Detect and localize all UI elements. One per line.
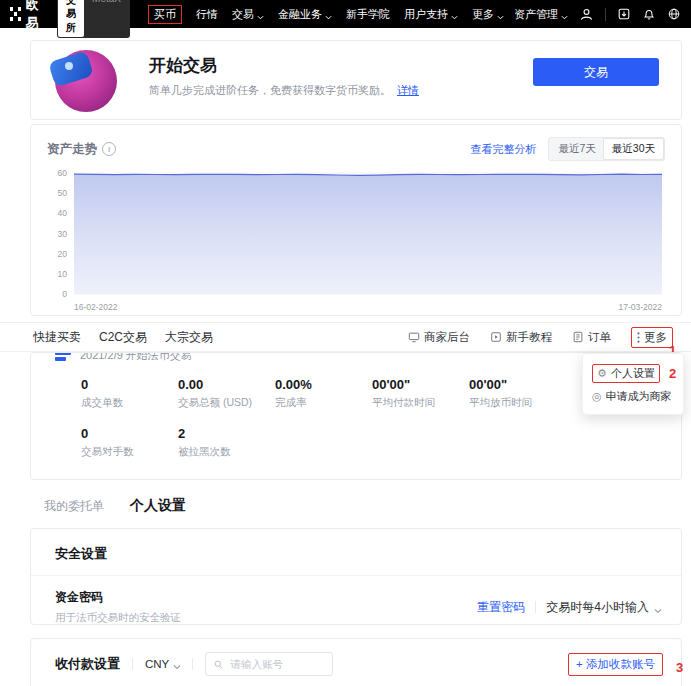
nav-item-more[interactable]: 更多 [472, 7, 504, 22]
start-trading-card: 开始交易 简单几步完成进阶任务，免费获得数字货币奖励。详情 交易 [30, 40, 682, 120]
tab-c2c-trade[interactable]: C2C交易 [99, 329, 147, 346]
reset-password-link[interactable]: 重置密码 [477, 599, 525, 616]
menu-item-become-merchant[interactable]: ◎ 申请成为商家 [590, 386, 676, 407]
search-icon [214, 659, 223, 670]
fund-password-desc: 用于法币交易时的安全验证 [55, 611, 181, 625]
c2c-tabbar: 快捷买卖 C2C交易 大宗交易 商家后台 新手教程 订单 更多 [0, 322, 691, 352]
more-button[interactable]: 更多 [631, 327, 673, 348]
chevron-down-icon [451, 11, 458, 18]
svg-text:10: 10 [58, 269, 68, 279]
account-search-input[interactable] [228, 657, 324, 671]
add-payment-account-button[interactable]: + 添加收款账号 [568, 653, 663, 676]
details-link[interactable]: 详情 [397, 84, 419, 96]
merchant-badge-icon: ◎ [592, 390, 602, 403]
security-settings-card: 安全设置 资金密码 用于法币交易时的安全验证 重置密码 交易时每4小时输入 [30, 528, 682, 625]
merchant-console-button[interactable]: 商家后台 [408, 330, 470, 345]
nav-item-buy-crypto[interactable]: 买币 [148, 5, 182, 24]
divider [192, 658, 193, 670]
tabbar-actions: 商家后台 新手教程 订单 更多 [408, 327, 673, 348]
monitor-icon [408, 331, 420, 343]
nav-item-support[interactable]: 用户支持 [404, 7, 458, 22]
toggle-exchange[interactable]: 交易所 [58, 0, 84, 37]
trade-button[interactable]: 交易 [533, 58, 659, 86]
fund-password-row: 资金密码 用于法币交易时的安全验证 重置密码 交易时每4小时输入 [31, 576, 681, 625]
more-dropdown-menu: ⚙ 个人设置 2 ◎ 申请成为商家 [582, 353, 684, 415]
gear-icon: ⚙ [597, 367, 607, 380]
nav-item-academy[interactable]: 新手学院 [346, 7, 390, 22]
chevron-down-icon [173, 661, 180, 668]
svg-text:30: 30 [58, 229, 68, 239]
stat-counterparties: 0 交易对手数 [81, 426, 178, 459]
tutorial-button[interactable]: 新手教程 [490, 330, 552, 345]
exchange-metax-toggle: 交易所 MetaX [57, 0, 130, 38]
full-analysis-link[interactable]: 查看完整分析 [470, 142, 536, 157]
info-icon[interactable]: i [102, 142, 116, 156]
stat-completed-orders: 0 成交单数 [81, 377, 178, 410]
user-badge-icon [55, 352, 71, 363]
vertical-dots-icon [637, 332, 640, 343]
range-7d-button[interactable]: 最近7天 [550, 139, 603, 159]
tutorial-icon [490, 331, 502, 343]
payment-settings-card: 收付款设置 CNY + 添加收款账号 [30, 638, 682, 686]
tab-quick-trade[interactable]: 快捷买卖 [33, 329, 81, 346]
orders-button[interactable]: 订单 [572, 330, 611, 345]
download-app-icon[interactable] [617, 7, 631, 21]
mascot-image [55, 50, 117, 112]
nav-item-finance[interactable]: 金融业务 [278, 7, 332, 22]
language-globe-icon[interactable] [667, 7, 681, 21]
stat-blocked-times: 2 被拉黑次数 [178, 426, 275, 459]
password-frequency-select[interactable]: 交易时每4小时输入 [546, 599, 661, 616]
chevron-down-icon [654, 604, 661, 611]
okx-logo-text: 欧易 [26, 0, 46, 32]
nav-divider [605, 8, 606, 21]
chart-actions: 查看完整分析 最近7天 最近30天 [470, 137, 665, 161]
svg-text:60: 60 [58, 168, 68, 178]
notifications-bell-icon[interactable] [642, 7, 656, 21]
asset-trend-card: 资产走势 i 查看完整分析 最近7天 最近30天 605040302 [30, 124, 682, 316]
nav-item-markets[interactable]: 行情 [196, 7, 218, 22]
stat-total-volume: 0.00 交易总额 (USD) [178, 377, 275, 410]
okx-logo-icon [10, 7, 21, 21]
svg-text:20: 20 [58, 249, 68, 259]
nav-item-trade[interactable]: 交易 [232, 7, 264, 22]
menu-item-personal-settings[interactable]: ⚙ 个人设置 2 [590, 361, 676, 386]
chart-yticks: 6050403020100 [58, 168, 68, 299]
currency-select[interactable]: CNY [145, 658, 180, 670]
toggle-metax[interactable]: MetaX [84, 0, 129, 37]
chevron-down-icon [257, 11, 264, 18]
tab-my-orders[interactable]: 我的委托单 [44, 498, 104, 515]
divider [535, 601, 536, 613]
account-search-box[interactable] [205, 652, 333, 676]
range-30d-button[interactable]: 最近30天 [603, 138, 664, 160]
payment-title: 收付款设置 [55, 655, 120, 673]
stat-completion-rate: 0.00% 完成率 [275, 377, 372, 410]
nav-menu: 买币 行情 交易 金融业务 新手学院 用户支持 更多 [148, 5, 504, 24]
joined-date-text: 2021/2/9 开始法币交易 [80, 352, 192, 363]
top-navbar: 欧易 交易所 MetaX 买币 行情 交易 金融业务 新手学院 用户支持 更多 [0, 0, 691, 28]
profile-icon[interactable] [579, 7, 594, 22]
okx-logo[interactable]: 欧易 [10, 0, 45, 32]
nav-item-assets[interactable]: 资产管理 [514, 7, 568, 22]
stat-avg-release-time: 00'00" 平均放币时间 [469, 377, 566, 410]
nav-right-group: 资产管理 [514, 7, 681, 22]
divider [132, 658, 133, 670]
hero-subtitle: 简单几步完成进阶任务，免费获得数字货币奖励。详情 [149, 83, 419, 98]
chevron-down-icon [497, 11, 504, 18]
chart-header: 资产走势 i 查看完整分析 最近7天 最近30天 [31, 125, 681, 161]
chevron-down-icon [561, 11, 568, 18]
hero-title: 开始交易 [149, 54, 217, 77]
stat-avg-payment-time: 00'00" 平均付款时间 [372, 377, 469, 410]
chevron-down-icon [325, 11, 332, 18]
fund-password-label: 资金密码 [55, 589, 181, 606]
svg-text:40: 40 [58, 208, 68, 218]
tab-block-trade[interactable]: 大宗交易 [165, 329, 213, 346]
annotation-number-2: 2 [669, 366, 676, 381]
page: 欧易 交易所 MetaX 买币 行情 交易 金融业务 新手学院 用户支持 更多 [0, 0, 691, 686]
security-title: 安全设置 [31, 529, 681, 575]
tab-personal-settings[interactable]: 个人设置 [130, 497, 186, 515]
chart-area [74, 174, 662, 294]
x-axis-end-label: 17-03-2022 [619, 302, 663, 312]
c2c-tabs: 快捷买卖 C2C交易 大宗交易 [33, 329, 213, 346]
x-axis-start-label: 16-02-2022 [74, 302, 118, 312]
svg-text:0: 0 [62, 289, 67, 299]
